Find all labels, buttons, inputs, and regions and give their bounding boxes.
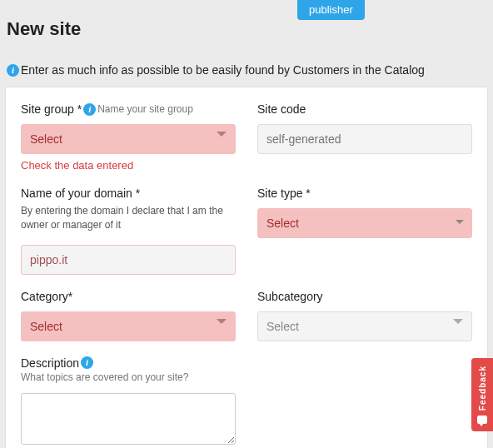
- category-select[interactable]: Select: [21, 311, 236, 341]
- site-group-label: Site group *: [21, 102, 82, 116]
- description-hint: What topics are covered on your site?: [21, 371, 188, 383]
- field-site-type: Site type * Select: [257, 187, 472, 275]
- page-title: New site: [0, 0, 493, 40]
- site-group-select[interactable]: Select: [21, 124, 236, 154]
- subcategory-label: Subcategory: [257, 290, 323, 303]
- subcategory-select-placeholder: Select: [266, 320, 299, 333]
- site-code-input: [257, 124, 472, 154]
- site-group-select-placeholder: Select: [30, 132, 62, 146]
- chevron-down-icon: [217, 132, 227, 137]
- chevron-down-icon: [453, 319, 463, 324]
- feedback-tab[interactable]: Feedback: [471, 358, 493, 431]
- site-group-hint: Name your site group: [97, 103, 193, 115]
- category-select-placeholder: Select: [30, 320, 62, 333]
- field-description: Description i What topics are covered on…: [21, 356, 236, 445]
- chat-icon: [477, 416, 487, 424]
- feedback-label: Feedback: [478, 366, 487, 411]
- publisher-badge: publisher: [297, 0, 365, 20]
- info-icon: i: [7, 64, 19, 77]
- domain-input[interactable]: [21, 245, 236, 275]
- site-group-error: Check the data entered: [21, 159, 236, 172]
- field-site-code: Site code: [257, 102, 472, 172]
- info-icon[interactable]: i: [81, 356, 93, 369]
- field-category: Category* Select: [21, 290, 236, 341]
- info-icon[interactable]: i: [83, 103, 96, 116]
- form-card: Site group * i Name your site group Sele…: [5, 87, 488, 448]
- domain-declaration: By entering the domain I declare that I …: [21, 204, 236, 233]
- info-bar: i Enter as much info as possible to be e…: [0, 40, 493, 87]
- domain-label: Name of your domain *: [21, 187, 140, 200]
- description-textarea[interactable]: [21, 393, 236, 445]
- info-text: Enter as much info as possible to be eas…: [21, 63, 425, 77]
- site-type-label: Site type *: [257, 187, 311, 200]
- field-domain: Name of your domain * By entering the do…: [21, 187, 236, 275]
- site-code-label: Site code: [257, 102, 306, 116]
- description-label: Description: [21, 356, 79, 370]
- field-subcategory: Subcategory Select: [257, 290, 472, 341]
- subcategory-select[interactable]: Select: [257, 311, 472, 341]
- site-type-select[interactable]: Select: [257, 208, 472, 238]
- field-site-group: Site group * i Name your site group Sele…: [21, 102, 236, 172]
- chevron-down-icon: [217, 319, 227, 324]
- category-label: Category*: [21, 290, 72, 303]
